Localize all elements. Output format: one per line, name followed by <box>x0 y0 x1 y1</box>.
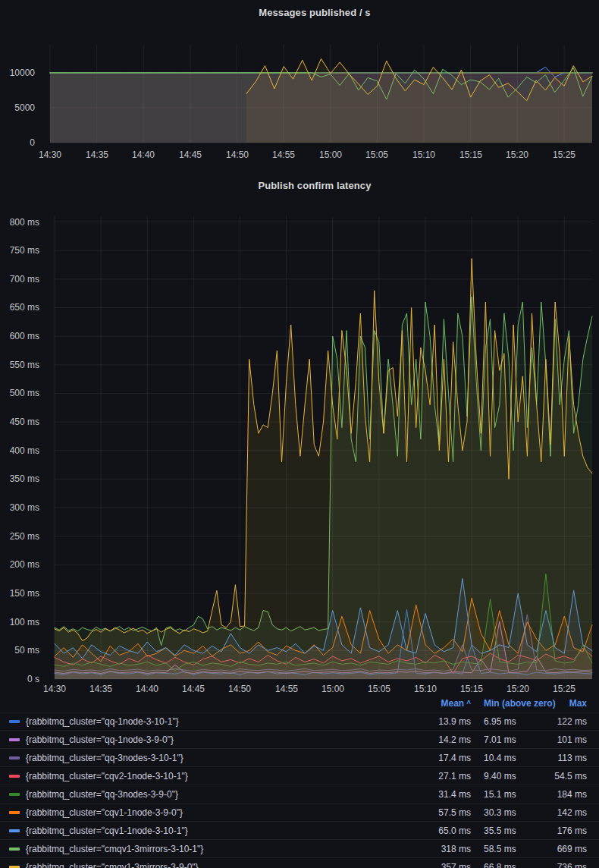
x-axis-tick-label: 15:05 <box>353 149 401 161</box>
x-axis-tick-label: 15:20 <box>494 683 542 695</box>
y-axis-tick-label: 400 ms <box>0 445 39 457</box>
legend-label-cell: {rabbitmq_cluster="qq-1node-3-9-0"} <box>0 734 431 745</box>
legend-series-label[interactable]: {rabbitmq_cluster="cqv1-1node-3-9-0"} <box>26 807 183 818</box>
y-axis-tick-label: 200 ms <box>0 558 39 571</box>
y-axis-tick-label: 300 ms <box>0 502 39 514</box>
panel-title-messages-published[interactable]: Messages published / s <box>30 7 599 18</box>
legend-mean-value: 13.9 ms <box>431 716 484 727</box>
x-axis-tick-label: 15:20 <box>493 149 541 161</box>
legend-max-value: 184 ms <box>538 789 599 800</box>
series-fill <box>55 297 592 679</box>
x-axis-tick-label: 14:50 <box>215 683 264 695</box>
legend-label-cell: {rabbitmq_cluster="qq-3nodes-3-9-0"} <box>0 789 431 800</box>
series-color-swatch-icon[interactable] <box>9 829 20 832</box>
x-axis-tick-label: 14:50 <box>213 149 262 161</box>
legend-row[interactable]: {rabbitmq_cluster="cqv2-1node-3-10-1"}27… <box>0 766 599 785</box>
y-axis-tick-label: 600 ms <box>0 330 39 342</box>
series-fill <box>55 259 592 679</box>
series-fill <box>50 73 592 143</box>
series-fill <box>55 615 592 679</box>
legend-row[interactable]: {rabbitmq_cluster="cqv1-1node-3-10-1"}65… <box>0 821 599 839</box>
series-fill <box>55 574 592 679</box>
series-color-swatch-icon[interactable] <box>9 720 20 723</box>
series-fill <box>50 73 592 143</box>
legend-series-label[interactable]: {rabbitmq_cluster="cmqv1-3mirrors-3-9-0"… <box>26 862 199 868</box>
legend-series-label[interactable]: {rabbitmq_cluster="qq-3nodes-3-9-0"} <box>26 789 178 800</box>
series-fill <box>55 621 592 679</box>
legend-mean-value: 27.1 ms <box>431 771 484 782</box>
series-line <box>55 259 592 641</box>
legend-row[interactable]: {rabbitmq_cluster="qq-1node-3-10-1"}13.9… <box>0 712 599 730</box>
x-axis-tick-label: 14:45 <box>169 683 218 695</box>
legend-max-value: 101 ms <box>538 734 599 745</box>
series-line <box>55 579 592 659</box>
legend-row[interactable]: {rabbitmq_cluster="cmqv1-3mirrors-3-10-1… <box>0 839 599 857</box>
x-axis-tick-label: 15:10 <box>400 149 448 161</box>
series-fill <box>55 648 592 679</box>
series-color-swatch-icon[interactable] <box>9 811 20 814</box>
y-axis-tick-label: 5000 <box>0 102 35 114</box>
legend-row[interactable]: {rabbitmq_cluster="cqv1-1node-3-9-0"}57.… <box>0 803 599 821</box>
legend-row[interactable]: {rabbitmq_cluster="cmqv1-3mirrors-3-9-0"… <box>0 857 599 868</box>
legend-mean-value: 31.4 ms <box>431 789 484 800</box>
y-axis-tick-label: 100 ms <box>0 616 39 628</box>
legend-min-value: 6.95 ms <box>484 716 538 727</box>
x-axis-tick-label: 14:30 <box>26 149 74 161</box>
y-axis-tick-label: 700 ms <box>0 273 39 285</box>
legend-max-value: 122 ms <box>538 716 599 727</box>
series-line <box>50 68 592 99</box>
y-axis-tick-label: 150 ms <box>0 587 39 599</box>
legend-series-label[interactable]: {rabbitmq_cluster="qq-3nodes-3-10-1"} <box>26 753 183 763</box>
legend-label-cell: {rabbitmq_cluster="cqv1-1node-3-9-0"} <box>0 807 431 818</box>
series-fill <box>50 68 592 143</box>
x-axis-tick-label: 14:40 <box>123 683 171 695</box>
y-axis-tick-label: 750 ms <box>0 244 39 256</box>
legend-label-cell: {rabbitmq_cluster="cmqv1-3mirrors-3-9-0"… <box>0 862 431 868</box>
x-axis-tick-label: 14:45 <box>166 149 215 161</box>
legend-mean-value: 57.5 ms <box>431 807 484 818</box>
x-axis-tick-label: 14:30 <box>30 683 79 695</box>
legend-series-label[interactable]: {rabbitmq_cluster="cqv2-1node-3-10-1"} <box>26 771 188 782</box>
legend-min-value: 35.5 ms <box>484 826 538 836</box>
legend-row[interactable]: {rabbitmq_cluster="qq-1node-3-9-0"}14.2 … <box>0 730 599 748</box>
series-fill <box>50 68 592 143</box>
legend-series-label[interactable]: {rabbitmq_cluster="qq-1node-3-9-0"} <box>26 734 174 745</box>
x-axis-tick-label: 15:15 <box>447 683 496 695</box>
x-axis-tick-label: 15:00 <box>306 149 355 161</box>
legend-min-value: 66.8 ms <box>484 862 538 868</box>
chart-1 <box>50 45 592 143</box>
series-line <box>55 609 592 675</box>
series-color-swatch-icon[interactable] <box>9 866 20 868</box>
legend-header-max[interactable]: Max <box>538 698 599 709</box>
legend-series-label[interactable]: {rabbitmq_cluster="qq-1node-3-10-1"} <box>26 716 179 727</box>
legend-max-value: 736 ms <box>538 862 599 868</box>
legend-header-min[interactable]: Min (above zero) <box>484 698 538 709</box>
legend-max-value: 669 ms <box>538 844 599 854</box>
legend-series-label[interactable]: {rabbitmq_cluster="cmqv1-3mirrors-3-10-1… <box>26 844 203 854</box>
series-fill <box>246 58 592 143</box>
legend-header-mean[interactable]: Mean^ <box>431 698 484 709</box>
series-color-swatch-icon[interactable] <box>9 756 20 760</box>
legend-label-cell: {rabbitmq_cluster="cmqv1-3mirrors-3-10-1… <box>0 844 431 854</box>
series-color-swatch-icon[interactable] <box>9 848 20 851</box>
legend-header-mean-label: Mean <box>441 698 464 709</box>
series-fill <box>55 579 592 680</box>
panel-title-publish-confirm-latency[interactable]: Publish confirm latency <box>30 180 599 191</box>
y-axis-tick-label: 500 ms <box>0 387 39 399</box>
legend-max-value: 113 ms <box>538 753 599 763</box>
legend-table: Mean^ Min (above zero) Max {rabbitmq_clu… <box>0 695 599 868</box>
x-axis-tick-label: 14:55 <box>259 149 308 161</box>
y-axis-tick-label: 0 s <box>0 673 39 685</box>
series-fill <box>50 73 592 143</box>
legend-series-label[interactable]: {rabbitmq_cluster="cqv1-1node-3-10-1"} <box>26 826 188 836</box>
legend-row[interactable]: {rabbitmq_cluster="qq-3nodes-3-9-0"}31.4… <box>0 785 599 803</box>
series-color-swatch-icon[interactable] <box>9 738 20 741</box>
series-fill <box>55 609 592 679</box>
series-fill <box>50 73 592 143</box>
series-color-swatch-icon[interactable] <box>9 793 20 796</box>
legend-min-value: 30.3 ms <box>484 807 538 818</box>
series-color-swatch-icon[interactable] <box>9 775 20 778</box>
legend-label-cell: {rabbitmq_cluster="cqv1-1node-3-10-1"} <box>0 826 431 836</box>
legend-row[interactable]: {rabbitmq_cluster="qq-3nodes-3-10-1"}17.… <box>0 748 599 766</box>
series-line <box>246 58 592 100</box>
